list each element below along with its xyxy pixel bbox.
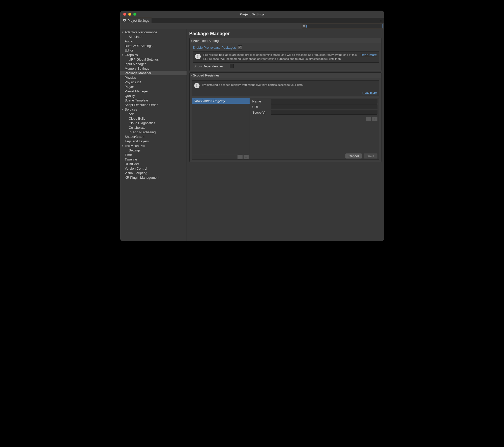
svg-point-10 <box>196 86 197 87</box>
tab-overflow-menu-button[interactable]: ⋮ <box>378 18 384 23</box>
sidebar-item-quality[interactable]: Quality <box>120 93 187 98</box>
add-registry-button[interactable]: + <box>244 155 249 159</box>
sidebar-item-xr-plugin-management[interactable]: XR Plugin Management <box>120 175 187 180</box>
checkmark-icon: ✓ <box>239 46 241 49</box>
sidebar-item-shadergraph[interactable]: ShaderGraph <box>120 134 187 139</box>
sidebar-item-collaborate[interactable]: Collaborate <box>120 125 187 130</box>
info-warning-icon <box>194 83 200 89</box>
enable-prerelease-checkbox[interactable]: ✓ <box>238 45 242 49</box>
zoom-window-button[interactable] <box>133 13 136 16</box>
sidebar-item-settings[interactable]: Settings <box>120 148 187 152</box>
panel-title: Scoped Registries <box>193 73 220 77</box>
sidebar-item-input-manager[interactable]: Input Manager <box>120 62 187 66</box>
kebab-icon: ⋮ <box>379 18 383 23</box>
save-button[interactable]: Save <box>364 153 377 159</box>
body: ▼Adaptive PerformanceSimulatorAudioBurst… <box>120 29 384 241</box>
sidebar-item-package-manager[interactable]: Package Manager <box>120 71 187 75</box>
sidebar-item-textmesh-pro[interactable]: ▼TextMesh Pro <box>120 143 187 148</box>
foldout-arrow-icon: ▼ <box>121 144 124 147</box>
sidebar-item-scene-template[interactable]: Scene Template <box>120 98 187 102</box>
search-row <box>120 23 384 29</box>
sidebar-item-editor[interactable]: Editor <box>120 48 187 52</box>
registry-name-input[interactable] <box>271 99 377 103</box>
sidebar-item-label: Cloud Diagnostics <box>128 121 155 125</box>
sidebar-item-simulator[interactable]: Simulator <box>120 34 187 39</box>
search-input[interactable] <box>307 24 382 28</box>
sidebar-item-player[interactable]: Player <box>120 84 187 89</box>
tab-bar: Project Settings ⋮ <box>120 18 384 23</box>
sidebar-item-version-control[interactable]: Version Control <box>120 166 187 171</box>
foldout-arrow-icon: ▼ <box>121 31 124 34</box>
tab-project-settings[interactable]: Project Settings <box>120 18 152 23</box>
registry-url-input[interactable] <box>271 104 377 109</box>
foldout-arrow-icon: ▼ <box>190 39 193 42</box>
sidebar-item-tags-and-layers[interactable]: Tags and Layers <box>120 139 187 143</box>
window-title: Project Settings <box>120 12 384 16</box>
add-scope-button[interactable]: + <box>372 117 377 121</box>
sidebar-item-cloud-build[interactable]: Cloud Build <box>120 116 187 121</box>
sidebar-item-urp-global-settings[interactable]: URP Global Settings <box>120 57 187 62</box>
panel-title: Advanced Settings <box>193 39 220 43</box>
sidebar-item-services[interactable]: ▼Services <box>120 107 187 112</box>
settings-main: Package Manager ▼ Advanced Settings Enab… <box>187 29 384 241</box>
sidebar-item-label: Editor <box>124 48 133 52</box>
sidebar-item-label: Settings <box>128 148 141 152</box>
advanced-settings-header[interactable]: ▼ Advanced Settings <box>190 38 381 43</box>
prerelease-read-more-link[interactable]: Read more <box>361 53 377 57</box>
registry-list-pane: New Scoped Registry - + <box>192 98 250 160</box>
sidebar-item-label: Burst AOT Settings <box>124 44 153 48</box>
sidebar-item-label: Graphics <box>124 53 138 57</box>
registry-list[interactable]: New Scoped Registry <box>192 98 250 154</box>
registry-scopes-input[interactable] <box>271 110 377 115</box>
project-settings-window: Project Settings Project Settings ⋮ ▼Ada… <box>120 11 384 241</box>
sidebar-item-preset-manager[interactable]: Preset Manager <box>120 89 187 93</box>
sidebar-item-timeline[interactable]: Timeline <box>120 157 187 162</box>
sidebar-item-label: Scene Template <box>124 98 148 102</box>
registry-item-selected[interactable]: New Scoped Registry <box>192 98 250 104</box>
foldout-arrow-icon: ▼ <box>121 108 124 111</box>
sidebar-item-in-app-purchasing[interactable]: In-App Purchasing <box>120 130 187 134</box>
scoped-registries-panel: ▼ Scoped Registries By installing a scop… <box>189 72 381 162</box>
sidebar-item-label: ShaderGraph <box>124 135 144 139</box>
cancel-button[interactable]: Cancel <box>345 153 362 159</box>
sidebar-item-label: Player <box>124 85 134 89</box>
sidebar-item-label: UI Builder <box>124 162 139 166</box>
remove-registry-button[interactable]: - <box>238 155 243 159</box>
svg-rect-9 <box>196 84 197 86</box>
scoped-info-text: By installing a scoped registry, you mig… <box>202 82 377 87</box>
minimize-window-button[interactable] <box>128 13 131 16</box>
sidebar-item-graphics[interactable]: ▼Graphics <box>120 52 187 57</box>
sidebar-item-label: Simulator <box>128 35 143 39</box>
sidebar-item-label: Memory Settings <box>124 67 150 70</box>
sidebar-item-label: Visual Scripting <box>124 171 147 175</box>
registry-url-label: URL <box>252 105 269 109</box>
registry-scopes-label: Scope(s) <box>252 111 269 114</box>
sidebar-item-physics-2d[interactable]: Physics 2D <box>120 80 187 84</box>
sidebar-item-ads[interactable]: Ads <box>120 112 187 116</box>
sidebar-item-physics[interactable]: Physics <box>120 75 187 80</box>
sidebar-item-label: XR Plugin Management <box>124 176 159 179</box>
search-field[interactable] <box>302 24 382 28</box>
sidebar-item-adaptive-performance[interactable]: ▼Adaptive Performance <box>120 30 187 34</box>
sidebar-item-visual-scripting[interactable]: Visual Scripting <box>120 171 187 175</box>
sidebar-item-cloud-diagnostics[interactable]: Cloud Diagnostics <box>120 121 187 125</box>
settings-sidebar[interactable]: ▼Adaptive PerformanceSimulatorAudioBurst… <box>120 29 187 241</box>
show-dependencies-checkbox[interactable] <box>230 64 234 68</box>
advanced-settings-panel: ▼ Advanced Settings Enable Pre-release P… <box>189 38 381 71</box>
search-icon <box>302 25 307 28</box>
sidebar-item-ui-builder[interactable]: UI Builder <box>120 162 187 166</box>
svg-rect-6 <box>197 55 198 57</box>
sidebar-item-audio[interactable]: Audio <box>120 39 187 43</box>
foldout-arrow-icon: ▼ <box>190 74 193 77</box>
sidebar-item-script-execution-order[interactable]: Script Execution Order <box>120 102 187 107</box>
close-window-button[interactable] <box>123 13 126 16</box>
sidebar-item-memory-settings[interactable]: Memory Settings <box>120 66 187 71</box>
scoped-registries-header[interactable]: ▼ Scoped Registries <box>190 73 381 78</box>
scoped-read-more-link[interactable]: Read more <box>363 91 377 94</box>
foldout-arrow-icon: ▼ <box>121 54 124 56</box>
page-title: Package Manager <box>189 31 381 36</box>
remove-scope-button[interactable]: - <box>366 117 371 121</box>
registry-editor: New Scoped Registry - + Name <box>192 98 379 160</box>
sidebar-item-time[interactable]: Time <box>120 152 187 157</box>
sidebar-item-burst-aot-settings[interactable]: Burst AOT Settings <box>120 43 187 48</box>
